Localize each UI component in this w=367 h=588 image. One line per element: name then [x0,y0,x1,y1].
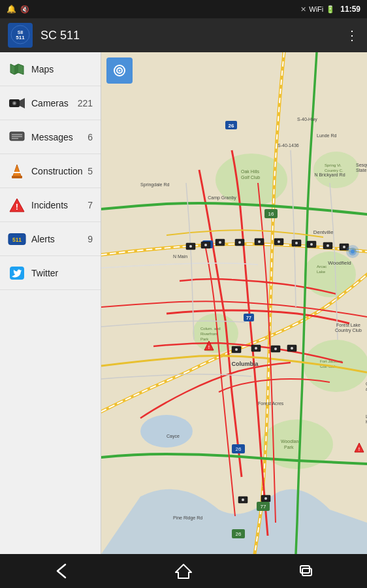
svg-point-8 [14,102,16,104]
svg-text:511: 511 [16,35,25,41]
notification-icon: 🔔 [7,5,16,14]
svg-text:!: ! [16,202,18,212]
svg-point-26 [140,415,193,448]
svg-point-73 [310,243,313,246]
camera-icon [8,96,26,110]
svg-text:Columbia: Columbia [231,361,259,367]
svg-point-82 [242,498,244,501]
app-logo-text: SII 511 [10,25,30,46]
incidents-icon: ! [8,198,26,212]
incidents-badge: 7 [88,200,93,210]
mute-icon: ✕ [300,5,306,14]
maps-icon [8,62,26,76]
sidebar-item-incidents[interactable]: ! Incidents 7 [0,188,101,222]
svg-text:Lunde Rd: Lunde Rd [317,133,336,138]
sidebar: Maps Cameras 221 [0,52,101,554]
alerts-label: Alerts [31,234,85,244]
menu-icon[interactable]: ⋮ [345,27,359,43]
sidebar-item-construction[interactable]: Construction 5 [0,154,101,188]
svg-text:N Brickyard Rd: N Brickyard Rd [314,172,345,178]
svg-text:Camp Granby: Camp Granby [208,195,236,201]
layers-button[interactable] [106,57,133,84]
messages-label: Messages [31,132,85,142]
svg-text:Park: Park [284,445,294,449]
svg-point-76 [204,244,207,246]
svg-text:Forest Lake: Forest Lake [336,323,360,327]
svg-point-71 [278,240,280,243]
status-bar-left: 🔔 🔇 [7,5,29,14]
svg-marker-120 [176,564,191,578]
alerts-badge: 9 [88,234,93,244]
svg-text:Woodfield: Woodfield [328,260,351,266]
maps-label: Maps [31,64,90,74]
svg-text:!: ! [359,447,360,451]
alerts-icon: 511 [8,232,26,246]
svg-text:26: 26 [229,123,234,129]
svg-point-80 [274,348,277,350]
cameras-label: Cameras [31,98,75,108]
nav-bar [0,554,367,588]
main-content: Maps Cameras 221 [0,52,367,554]
svg-point-90 [351,250,355,253]
svg-text:N Main: N Main [173,254,187,259]
app-logo: SII 511 [8,23,33,48]
svg-point-75 [343,246,345,248]
svg-rect-14 [12,176,22,178]
svg-text:Riverfront: Riverfront [200,332,217,336]
svg-point-77 [189,245,192,248]
construction-label: Construction [31,166,85,176]
messages-badge: 6 [88,132,93,142]
svg-text:Cayce: Cayce [167,434,180,439]
battery-icon: 🔋 [326,5,335,14]
sidebar-item-cameras[interactable]: Cameras 221 [0,86,101,120]
svg-text:511: 511 [12,236,22,242]
svg-text:Springdale Rd: Springdale Rd [140,182,169,188]
svg-text:Arcac: Arcac [317,265,327,269]
silent-icon: 🔇 [20,5,29,14]
construction-icon [8,164,26,178]
svg-point-70 [258,240,261,243]
svg-point-72 [295,242,298,244]
svg-text:Spring Vi.: Spring Vi. [325,163,342,167]
status-bar: 🔔 🔇 ✕ WiFi 🔋 11:59 [0,0,367,18]
svg-text:Oak Hills: Oak Hills [241,169,260,174]
status-bar-right: ✕ WiFi 🔋 11:59 [300,5,360,14]
svg-text:Woodland: Woodland [281,439,302,444]
svg-text:77: 77 [261,504,266,510]
svg-point-83 [264,497,267,500]
svg-text:Park: Park [200,337,209,341]
svg-text:Forest Acres: Forest Acres [258,401,284,406]
svg-point-74 [327,244,329,247]
incidents-label: Incidents [31,200,85,210]
time-display: 11:59 [340,5,360,14]
cameras-badge: 221 [78,98,93,108]
svg-text:Lake: Lake [317,270,326,274]
svg-text:Sesquic.: Sesquic. [356,163,367,168]
back-button[interactable] [38,557,85,585]
sidebar-item-twitter[interactable]: Twitter [0,256,101,290]
sidebar-item-messages[interactable]: Messages 6 [0,120,101,154]
recents-button[interactable] [282,557,329,585]
svg-point-78 [235,348,238,351]
action-bar: SII 511 SC 511 ⋮ [0,18,367,52]
svg-text:S-40-Hwy: S-40-Hwy [297,117,317,122]
svg-text:!: ! [208,345,210,350]
svg-text:77: 77 [246,316,251,320]
svg-point-69 [238,241,241,244]
svg-text:S-40-1436: S-40-1436 [278,143,299,148]
svg-text:Country Club: Country Club [335,328,362,333]
svg-point-79 [255,347,257,350]
messages-icon [8,130,26,144]
twitter-icon [8,266,26,280]
map-area[interactable]: Oak Hills Golf Club Arcac Lake Fort Jack… [101,52,367,554]
svg-text:16: 16 [268,211,274,217]
svg-marker-6 [20,98,25,108]
twitter-label: Twitter [31,268,90,278]
home-button[interactable] [160,557,207,585]
sidebar-item-maps[interactable]: Maps [0,52,101,86]
svg-text:26: 26 [236,446,242,452]
app-title: SC 511 [40,29,345,42]
sidebar-item-alerts[interactable]: 511 Alerts 9 [0,222,101,256]
svg-text:Pine Ridge Rd: Pine Ridge Rd [173,515,202,521]
svg-text:Dentville: Dentville [313,229,334,235]
